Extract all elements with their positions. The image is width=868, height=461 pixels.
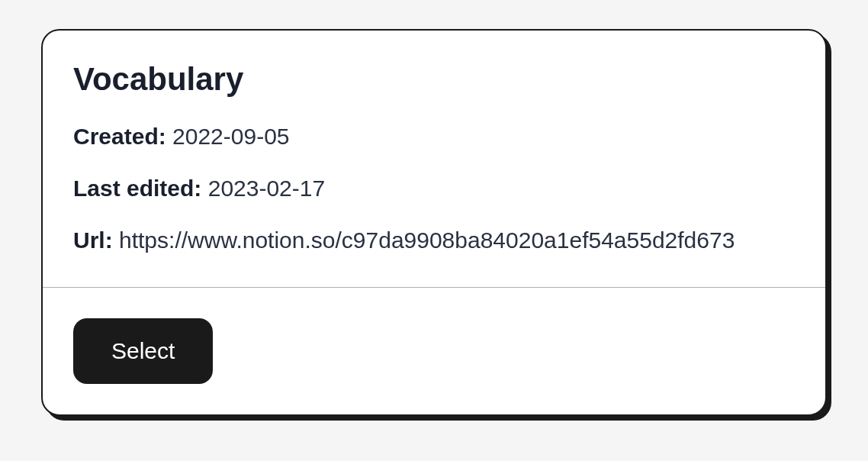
card-footer: Select <box>43 287 825 414</box>
created-row: Created: 2022-09-05 <box>73 121 795 153</box>
created-label: Created: <box>73 124 166 149</box>
select-button[interactable]: Select <box>73 318 213 384</box>
vocabulary-card: Vocabulary Created: 2022-09-05 Last edit… <box>41 29 827 416</box>
last-edited-row: Last edited: 2023-02-17 <box>73 172 795 205</box>
url-row: Url: https://www.notion.so/c97da9908ba84… <box>73 224 795 256</box>
last-edited-value: 2023-02-17 <box>208 176 325 201</box>
url-value: https://www.notion.so/c97da9908ba84020a1… <box>119 227 735 253</box>
last-edited-label: Last edited: <box>73 176 201 201</box>
url-label: Url: <box>73 227 113 253</box>
card-title: Vocabulary <box>73 61 795 98</box>
card-body: Vocabulary Created: 2022-09-05 Last edit… <box>43 31 825 287</box>
created-value: 2022-09-05 <box>172 124 289 149</box>
